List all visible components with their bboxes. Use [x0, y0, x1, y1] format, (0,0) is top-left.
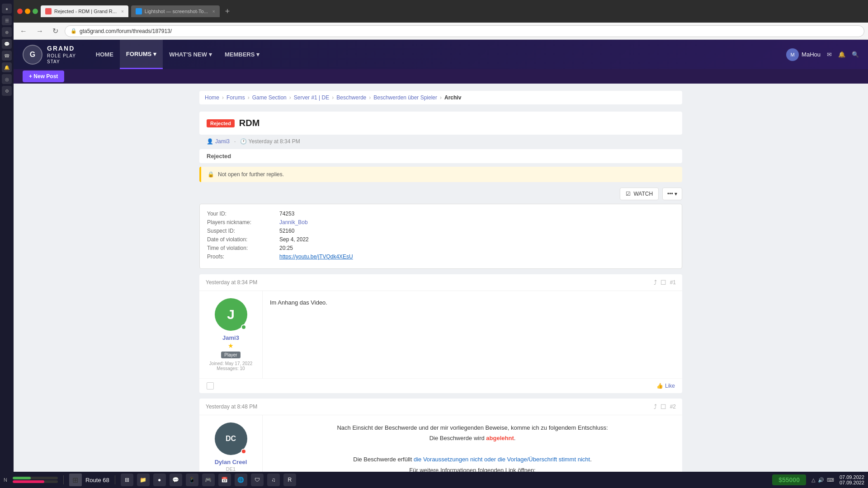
taskbar-icon-8[interactable]: 🌐	[235, 474, 247, 486]
nav-forums-label: FORUMS	[126, 51, 151, 57]
more-icon: •••	[667, 191, 673, 197]
share-icon-2[interactable]: ⤴	[654, 403, 657, 410]
back-btn[interactable]: ←	[17, 25, 30, 37]
logo-letter: G	[30, 51, 35, 59]
tab2-close-btn[interactable]: ×	[212, 9, 215, 14]
share-icon[interactable]: ⤴	[654, 279, 657, 286]
post-2-actions: ⤴ ☐ #2	[654, 403, 676, 410]
active-tab[interactable]: Rejected - RDM | Grand R... ×	[41, 5, 128, 17]
thread-timestamp: ·	[234, 138, 236, 145]
taskbar-icon-1[interactable]: ⊞	[121, 474, 133, 486]
post-2-username[interactable]: Dylan Creel	[204, 459, 258, 465]
bell-icon[interactable]: 🔔	[838, 51, 845, 58]
taskbar-icon-4[interactable]: 💬	[170, 474, 182, 486]
search-icon[interactable]: 🔍	[852, 51, 859, 58]
taskbar-icon-9[interactable]: 🛡	[251, 474, 264, 486]
reload-btn[interactable]: ↻	[50, 25, 61, 37]
sep2: ›	[248, 94, 250, 101]
sys-icon-keyboard[interactable]: ⌨	[827, 477, 834, 483]
form-row-time: Time of violation: 20:25	[207, 245, 675, 251]
mail-icon[interactable]: ✉	[827, 51, 832, 58]
browser-chrome: Rejected - RDM | Grand R... × Lightshot …	[14, 0, 868, 23]
breadcrumb-beschwerde[interactable]: Beschwerde	[336, 94, 366, 101]
more-options-btn[interactable]: ••• ▾	[662, 188, 682, 200]
address-bar[interactable]: 🔒 gta5grand.com/forum/threads/187913/	[65, 25, 864, 37]
breadcrumb-home[interactable]: Home	[205, 94, 219, 101]
nav-members[interactable]: MEMBERS ▾	[218, 40, 266, 69]
thread-meta: 👤 Jami3 · 🕐 Yesterday at 8:34 PM	[199, 138, 682, 149]
watch-btn[interactable]: ☑ WATCH	[620, 188, 659, 200]
logo-sub: ROLE PLAY	[47, 53, 76, 59]
nav-whats-new[interactable]: WHAT'S NEW ▾	[163, 40, 218, 69]
taskbar-icon-5[interactable]: 📱	[186, 474, 198, 486]
field-label-id: Your ID:	[207, 211, 279, 217]
sidebar-icon-8[interactable]: ⚙	[2, 86, 12, 96]
sep1: ›	[222, 94, 224, 101]
post-1-checkbox[interactable]	[207, 382, 214, 389]
taskbar-route: Route 68	[85, 477, 109, 483]
taskbar-icon-7[interactable]: 📅	[218, 474, 231, 486]
nav-links: HOME FORUMS ▾ WHAT'S NEW ▾ MEMBERS ▾	[90, 40, 786, 69]
post-1-username[interactable]: Jami3	[204, 334, 258, 341]
form-row-proofs: Proofs: https://youtu.be/jTVQdk4XEsU	[207, 253, 675, 260]
tab2-label: Lightshot — screenshot-To...	[145, 9, 208, 14]
sidebar-icon-1[interactable]: ●	[2, 4, 12, 14]
tab-close-btn[interactable]: ×	[121, 9, 124, 14]
avatar-letter: J	[227, 307, 235, 322]
field-label-proofs: Proofs:	[207, 253, 279, 260]
sidebar-icon-4[interactable]: 💬	[2, 39, 12, 49]
field-value-proofs[interactable]: https://youtu.be/jTVQdk4XEsU	[279, 253, 353, 260]
bookmark-icon-2[interactable]: ☐	[660, 403, 666, 410]
form-row-suspect-id: Suspect ID: 52160	[207, 228, 675, 234]
author-name: Jami3	[215, 138, 230, 145]
sys-icon-volume[interactable]: 🔊	[818, 477, 824, 483]
messages-label: Messages:	[217, 366, 238, 371]
windows-icon[interactable]: ⊞	[69, 474, 82, 486]
post-1-content: Im Anhang das Video.	[263, 291, 682, 378]
post-1-actions: ⤴ ☐ #1	[654, 279, 676, 286]
taskbar-icon-2[interactable]: 📁	[137, 474, 150, 486]
nav-forums[interactable]: FORUMS ▾	[120, 40, 163, 69]
taskbar-icon-3[interactable]: ●	[153, 474, 166, 486]
report-form-box: Your ID: 74253 Players nickname: Jannik_…	[199, 204, 682, 269]
post-1: Yesterday at 8:34 PM ⤴ ☐ #1 J Jami3	[199, 274, 682, 393]
field-value-date: Sep 4, 2022	[279, 236, 309, 243]
field-label-nickname: Players nickname:	[207, 219, 279, 225]
locked-text: Not open for further replies.	[218, 171, 284, 178]
nav-right: M MaHou ✉ 🔔 🔍	[786, 48, 859, 61]
taskbar-icon-10[interactable]: ♫	[267, 474, 280, 486]
money-display: $55000	[772, 474, 806, 485]
sidebar-icon-3[interactable]: ⊕	[2, 27, 12, 37]
sep4: ›	[332, 94, 334, 101]
watch-bar: ☑ WATCH ••• ▾	[199, 188, 682, 200]
logo-text: GRAND ROLE PLAY STAY	[47, 44, 76, 64]
sys-icon-expand[interactable]: △	[811, 477, 815, 483]
field-value-nickname[interactable]: Jannik_Bob	[279, 219, 308, 225]
forward-btn[interactable]: →	[33, 25, 46, 37]
new-post-btn[interactable]: + New Post	[23, 70, 64, 82]
watch-checkbox-icon: ☑	[626, 191, 631, 197]
inactive-tab[interactable]: Lightshot — screenshot-To... ×	[131, 5, 220, 17]
sidebar-icon-2[interactable]: ☰	[2, 15, 12, 25]
breadcrumb-beschwerden[interactable]: Beschwerden über Spieler	[373, 94, 437, 101]
like-btn-1[interactable]: 👍 Like	[656, 383, 675, 389]
bookmark-icon[interactable]: ☐	[660, 279, 666, 286]
thread-author: 👤 Jami3	[207, 138, 230, 145]
breadcrumb-server[interactable]: Server #1 | DE	[294, 94, 329, 101]
sidebar-icon-6[interactable]: 🔔	[2, 62, 12, 72]
taskbar-sys-icons: △ 🔊 ⌨	[811, 477, 834, 483]
breadcrumb-game-section[interactable]: Game Section	[252, 94, 287, 101]
logo-stay: STAY	[47, 59, 76, 65]
sidebar-icon-5[interactable]: ☎	[2, 51, 12, 61]
taskbar-icon-11[interactable]: R	[283, 474, 296, 486]
nav-home[interactable]: HOME	[90, 40, 120, 69]
conclusion-line: Nach Einsicht der Beschwerde und der mir…	[270, 422, 675, 433]
requirements-link: die Voraussetzungen nicht oder die Vorla…	[414, 456, 590, 463]
breadcrumb-forums[interactable]: Forums	[226, 94, 245, 101]
new-tab-btn[interactable]: +	[222, 7, 233, 16]
sidebar-icon-7[interactable]: ◎	[2, 74, 12, 84]
taskbar-icon-6[interactable]: 🎮	[202, 474, 215, 486]
members-dropdown-icon: ▾	[256, 51, 259, 58]
user-info[interactable]: M MaHou	[786, 48, 821, 61]
thread-title-bar: Rejected RDM	[199, 112, 682, 135]
